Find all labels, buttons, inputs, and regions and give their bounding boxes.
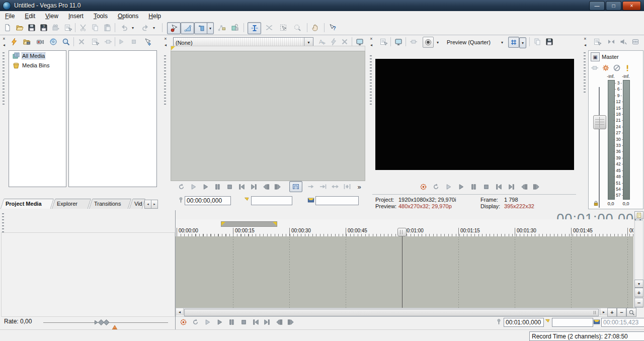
- rename-media-button[interactable]: A: [316, 37, 327, 47]
- selection-length-field[interactable]: 00:00:15,423: [601, 318, 644, 327]
- paste-button[interactable]: [102, 22, 113, 33]
- selection-edit-tool-button[interactable]: [194, 22, 208, 34]
- panel-expand-icon[interactable]: ◂: [582, 42, 588, 48]
- preview-quality-label[interactable]: Preview (Quarter): [447, 39, 491, 45]
- trimmer-show-video-button[interactable]: [289, 181, 302, 192]
- redo-dropdown[interactable]: ▾: [151, 23, 157, 32]
- meter-settings-button[interactable]: [630, 37, 640, 47]
- horizontal-scroll-thumb[interactable]: [184, 309, 599, 316]
- preview-previous-frame-button[interactable]: [518, 182, 529, 192]
- pause-button[interactable]: [226, 317, 237, 327]
- previous-frame-button[interactable]: [273, 317, 284, 327]
- auto-crossfades-button[interactable]: [264, 22, 275, 33]
- rate-slider-handle[interactable]: [94, 319, 111, 326]
- trimmer-go-to-end-button[interactable]: [248, 182, 259, 192]
- mute-icon[interactable]: [613, 64, 621, 72]
- save-button[interactable]: [26, 22, 37, 33]
- external-monitor-button[interactable]: [393, 37, 404, 47]
- solo-icon[interactable]: [623, 64, 631, 72]
- dim-output-button[interactable]: [618, 37, 628, 47]
- edit-tool-dropdown[interactable]: ▾: [207, 22, 214, 34]
- bus-select-button[interactable]: ▣: [591, 52, 600, 61]
- trimmer-display-button[interactable]: [355, 37, 365, 47]
- normal-edit-tool-button[interactable]: [167, 22, 181, 34]
- preview-pause-button[interactable]: [468, 182, 479, 192]
- preview-play-button[interactable]: [455, 182, 466, 192]
- play-button[interactable]: [214, 317, 225, 327]
- trimmer-next-frame-button[interactable]: [272, 182, 283, 192]
- preview-go-to-end-button[interactable]: [506, 182, 517, 192]
- whats-this-help-button[interactable]: ?: [327, 22, 338, 33]
- media-properties-button[interactable]: [90, 37, 100, 47]
- go-to-start-button[interactable]: [250, 317, 261, 327]
- tab-explorer[interactable]: Explorer: [52, 199, 91, 209]
- trimmer-loop-playback-button[interactable]: [176, 182, 187, 192]
- split-screen-view-button[interactable]: [409, 37, 419, 47]
- preview-record-button[interactable]: [418, 182, 429, 192]
- tab-scroll-right[interactable]: ▸: [151, 200, 158, 209]
- loop-playback-button[interactable]: [190, 317, 201, 327]
- auto-ripple-button[interactable]: [278, 22, 289, 33]
- save-snapshot-button[interactable]: [544, 37, 554, 47]
- tab-transitions[interactable]: Transitions: [89, 199, 131, 209]
- trimmer-display-area[interactable]: [171, 51, 365, 181]
- project-properties-button[interactable]: ?: [38, 22, 49, 33]
- trimmer-stop-button[interactable]: [224, 182, 235, 192]
- minimize-button[interactable]: —: [589, 1, 605, 11]
- start-preview-button[interactable]: [116, 37, 126, 47]
- overlay-dropdown[interactable]: ▾: [519, 37, 526, 48]
- close-button[interactable]: ×: [622, 1, 641, 11]
- trimmer-marker-field[interactable]: [251, 196, 292, 205]
- tree-item-all-media[interactable]: All Media: [11, 51, 66, 60]
- enable-snapping-button[interactable]: [248, 22, 261, 34]
- trimmer-import-button[interactable]: [329, 37, 339, 47]
- timeline-zoom-out-button[interactable]: −: [617, 308, 626, 317]
- media-list-view[interactable]: [68, 50, 157, 187]
- trimmer-selection-field[interactable]: [315, 196, 359, 205]
- lock-envelopes-button[interactable]: [216, 22, 227, 33]
- panel-expand-icon[interactable]: ◂: [368, 42, 374, 48]
- undo-button[interactable]: [119, 22, 130, 33]
- project-video-properties-button[interactable]: [378, 37, 388, 47]
- tree-item-media-bins[interactable]: Media Bins: [11, 61, 66, 70]
- panel-grip[interactable]: [584, 52, 586, 93]
- cursor-time-field[interactable]: 00:01:00,000: [504, 318, 544, 327]
- stop-preview-button[interactable]: [129, 37, 139, 47]
- menu-help[interactable]: Help: [143, 11, 166, 21]
- next-frame-button[interactable]: [285, 317, 296, 327]
- auto-preview-link-button[interactable]: [103, 37, 113, 47]
- envelope-edit-tool-button[interactable]: [181, 22, 194, 34]
- playhead-line[interactable]: [402, 236, 403, 308]
- preview-play-from-start-button[interactable]: [443, 182, 454, 192]
- title-bar[interactable]: Untitled - Vegas Pro 11.0 — □ ×: [0, 0, 644, 11]
- gr id-overlay-button[interactable]: [508, 37, 519, 48]
- automation-gear-icon[interactable]: [602, 64, 610, 72]
- preview-loop-playback-button[interactable]: [430, 182, 441, 192]
- maximize-button[interactable]: □: [606, 1, 621, 11]
- get-media-web-button[interactable]: [61, 37, 71, 47]
- panel-grip[interactable]: [164, 55, 166, 106]
- panel-expand-icon[interactable]: ◂: [163, 42, 169, 48]
- remove-media-button[interactable]: [76, 37, 87, 47]
- timeline-zoom-tool-button[interactable]: [626, 308, 636, 317]
- trimmer-play-from-start-button[interactable]: [188, 182, 199, 192]
- import-media-button[interactable]: [50, 22, 61, 33]
- marker-field[interactable]: [552, 318, 593, 327]
- copy-button[interactable]: [90, 22, 101, 33]
- timeline-corner-button[interactable]: [634, 211, 643, 219]
- panel-close-icon[interactable]: ×: [1, 36, 7, 42]
- panel-grip[interactable]: [3, 52, 5, 105]
- track-height-zoom-in-button[interactable]: +: [634, 288, 643, 297]
- panel-close-icon[interactable]: ×: [582, 36, 588, 42]
- media-fx-button[interactable]: [142, 37, 152, 47]
- trimmer-go-to-start-button[interactable]: [236, 182, 247, 192]
- stop-button[interactable]: [238, 317, 249, 327]
- fit-selection-button[interactable]: [330, 182, 341, 192]
- trimmer-overflow-button[interactable]: »: [354, 182, 365, 192]
- track-list-empty-area[interactable]: [1, 232, 175, 317]
- menu-edit[interactable]: Edit: [20, 11, 40, 21]
- track-height-zoom-out-button[interactable]: −: [634, 298, 643, 307]
- select-in-out-button[interactable]: [342, 182, 353, 192]
- tab-scroll-left[interactable]: ◂: [144, 200, 151, 209]
- go-to-end-button[interactable]: [261, 317, 272, 327]
